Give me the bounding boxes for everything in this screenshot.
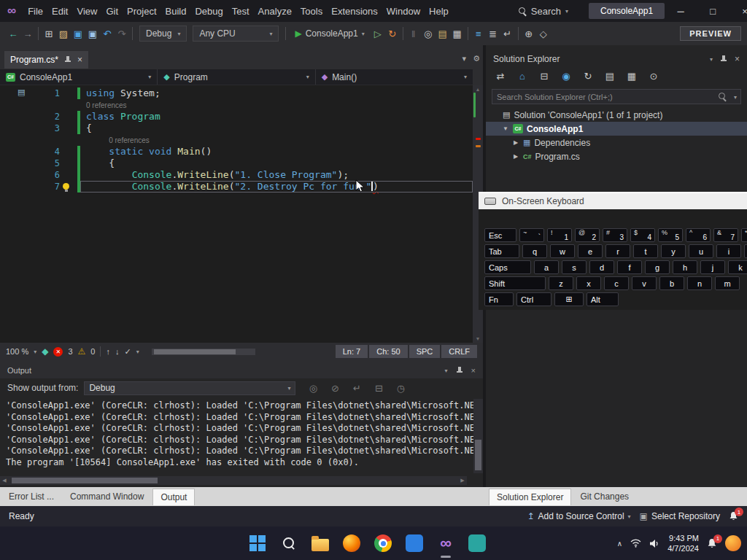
hot-reload-icon[interactable]: ↻ [385,28,400,39]
menu-test[interactable]: Test [228,6,254,17]
outdent-icon[interactable]: ≣ [486,28,500,39]
scroll-left-icon[interactable]: ◀ [0,476,9,485]
menu-project[interactable]: Project [123,6,160,17]
win-key[interactable]: ⊞ [554,292,584,306]
hidden-icons-chevron[interactable]: ∧ [617,540,622,548]
next-issue-icon[interactable]: ↓ [115,347,120,356]
output-text[interactable]: 'ConsoleApp1.exe' (CoreCLR: clrhost): Lo… [0,399,473,472]
code-text[interactable]: class Program [80,111,473,122]
start-without-debugging-icon[interactable]: ▷ [371,28,385,39]
breakpoint-margin[interactable] [0,158,39,169]
properties-window-icon[interactable]: ▦ [450,28,465,39]
configuration-dropdown[interactable]: Debug ▾ [139,26,187,42]
chrome-button[interactable] [374,534,392,553]
key-m[interactable]: m [715,276,740,290]
close-tab-icon[interactable]: × [77,55,82,65]
key-4[interactable]: $4 [630,228,655,242]
menu-git[interactable]: Git [101,6,123,17]
nav-forward-icon[interactable]: → [20,28,35,39]
tree-item-program-cs[interactable]: ▶C#Program.cs [486,149,747,163]
document-health-icon[interactable]: ◆ [42,346,48,357]
key-y[interactable]: y [661,244,686,258]
tray-app-icon[interactable] [725,535,741,551]
indent-icon[interactable]: ≡ [471,28,486,39]
breadcrumb-type[interactable]: ◆ Program ▾ [158,69,315,85]
key-k[interactable]: k [728,260,747,274]
key-1[interactable]: !1 [547,228,572,242]
key-w[interactable]: w [550,244,575,258]
lightbulb-icon[interactable] [63,183,69,190]
switch-views-icon[interactable]: ⇄ [493,71,508,82]
panel-tab-command-window[interactable]: Command Window [63,489,151,505]
key-g[interactable]: g [645,260,670,274]
window-position-icon[interactable]: ▾ [445,368,448,374]
close-icon[interactable]: × [471,366,476,375]
app-blue-button[interactable] [405,534,424,553]
volume-icon[interactable] [649,539,659,548]
pin-icon[interactable] [64,56,71,64]
add-to-source-control-button[interactable]: ↥ Add to Source Control ▾ [527,511,630,521]
breakpoint-margin[interactable] [0,169,39,181]
menu-help[interactable]: Help [425,6,453,17]
sync-with-active-document-icon[interactable]: ◉ [559,71,573,82]
window-position-icon[interactable]: ▾ [710,56,713,63]
search-solution-explorer-input[interactable] [492,89,741,104]
wifi-icon[interactable] [630,539,641,548]
breakpoint-margin[interactable] [0,111,39,122]
scroll-lock-icon[interactable]: ⊟ [371,383,386,394]
codelens-references[interactable]: 0 references [86,136,150,144]
menu-build[interactable]: Build [161,6,191,17]
key-tab[interactable]: Tab [484,244,519,258]
search-box[interactable]: Search ▾ [519,6,568,17]
undo-icon[interactable]: ↶ [100,28,115,39]
find-message-icon[interactable]: ◎ [306,383,320,394]
breadcrumb-project[interactable]: C# ConsoleApp1 ▾ [0,69,158,85]
code-text[interactable]: Console.WriteLine("1. Close Program"); [80,169,473,181]
key-t[interactable]: t [633,244,658,258]
key-3[interactable]: #3 [603,228,627,242]
key-h[interactable]: h [673,260,697,274]
key-z[interactable]: z [549,276,573,290]
key-c[interactable]: c [604,276,629,290]
key-6[interactable]: ^6 [686,228,711,242]
scroll-down-icon[interactable]: ▼ [473,336,483,341]
settings-gear-icon[interactable]: ⚙ [473,54,480,63]
key-s[interactable]: s [562,260,587,274]
key-n[interactable]: n [687,276,712,290]
codelens-references[interactable]: 0 references [86,101,127,109]
nav-back-icon[interactable]: ← [6,28,20,39]
taskbar-notifications-button[interactable]: 1 [707,538,717,549]
break-all-icon[interactable]: ‖ [406,28,421,39]
scroll-right-icon[interactable]: ▶ [458,476,467,485]
taskbar-clock[interactable]: 9:43 PM 4/7/2024 [667,533,699,553]
tree-item-dependencies[interactable]: ▶▦Dependencies [486,136,747,149]
browser-orange-button[interactable] [342,534,361,553]
key-caps[interactable]: Caps [484,260,531,274]
solution-explorer-toolbar-icon[interactable]: ▤ [436,28,450,39]
panel-tab-output[interactable]: Output [152,489,195,505]
tree-item-consoleapp1[interactable]: ▼C#ConsoleApp1 [486,122,747,136]
key-alt[interactable]: Alt [587,292,619,306]
document-tab-program-cs[interactable]: Program.cs* × [4,51,88,69]
key-a[interactable]: a [534,260,559,274]
key-d[interactable]: d [589,260,614,274]
preview-button[interactable]: PREVIEW [680,26,741,41]
menu-edit[interactable]: Edit [47,6,72,17]
key-q[interactable]: q [522,244,547,258]
code-text[interactable]: 0 references [80,134,473,146]
app-teal-button[interactable] [468,534,487,553]
key-i[interactable]: i [716,244,741,258]
menu-analyze[interactable]: Analyze [254,6,296,17]
notifications-button[interactable]: 1 [729,511,738,521]
key-v[interactable]: v [632,276,657,290]
line-indicator[interactable]: Ln: 7 [336,345,368,358]
taskbar-search-button[interactable] [279,534,298,553]
tree-expanded-arrow-icon[interactable]: ▼ [502,125,509,132]
toggle-word-wrap-icon[interactable]: ↵ [349,383,364,394]
scrollbar-thumb[interactable] [475,440,481,470]
restore-button[interactable]: □ [697,0,729,22]
editor-horizontal-scrollbar[interactable] [152,349,255,355]
line-ending-indicator[interactable]: CRLF [441,345,477,358]
warning-count[interactable]: 0 [90,347,95,356]
key-5[interactable]: %5 [658,228,683,242]
